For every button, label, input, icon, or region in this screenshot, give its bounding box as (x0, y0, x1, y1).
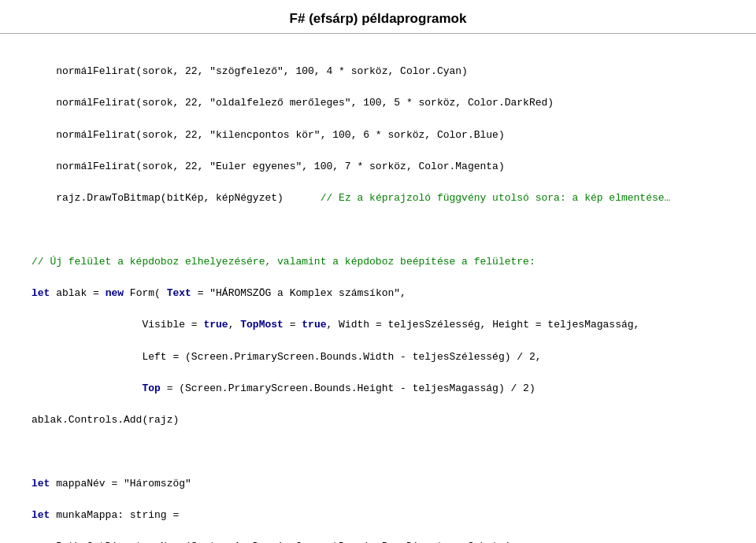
code-line: ablak.Controls.Add(rajz) (32, 412, 724, 428)
code-line: normálFelirat(sorok, 22, "oldalfelező me… (32, 95, 724, 111)
code-line: let munkaMappa: string = (32, 508, 724, 523)
code-line: normálFelirat(sorok, 22, "Euler egyenes"… (32, 159, 724, 175)
code-line: let ablak = new Form( Text = "HÁROMSZÖG … (32, 286, 724, 301)
code-line: Visible = true, TopMost = true, Width = … (32, 317, 724, 333)
code-line: Top = (Screen.PrimaryScreen.Bounds.Heigh… (32, 381, 724, 397)
code-line: normálFelirat(sorok, 22, "kilencpontos k… (32, 127, 724, 143)
page-container: F# (efsárp) példaprogramok normálFelirat… (0, 0, 756, 543)
code-line: normálFelirat(sorok, 22, "szögfelező", 1… (32, 64, 724, 79)
code-line: Path.GetDirectoryName(System.AppDomain.C… (32, 539, 724, 543)
code-line: Left = (Screen.PrimaryScreen.Bounds.Widt… (32, 349, 724, 365)
code-area: normálFelirat(sorok, 22, "szögfelező", 1… (0, 34, 756, 543)
code-line: rajz.DrawToBitmap(bitKép, képNégyzet) //… (32, 190, 724, 206)
code-line (32, 445, 724, 460)
code-line: // Új felület a képdoboz elhelyezésére, … (32, 254, 724, 270)
page-title: F# (efsárp) példaprogramok (0, 0, 756, 34)
code-line (32, 223, 724, 238)
code-line: let mappaNév = "Háromszög" (32, 476, 724, 492)
